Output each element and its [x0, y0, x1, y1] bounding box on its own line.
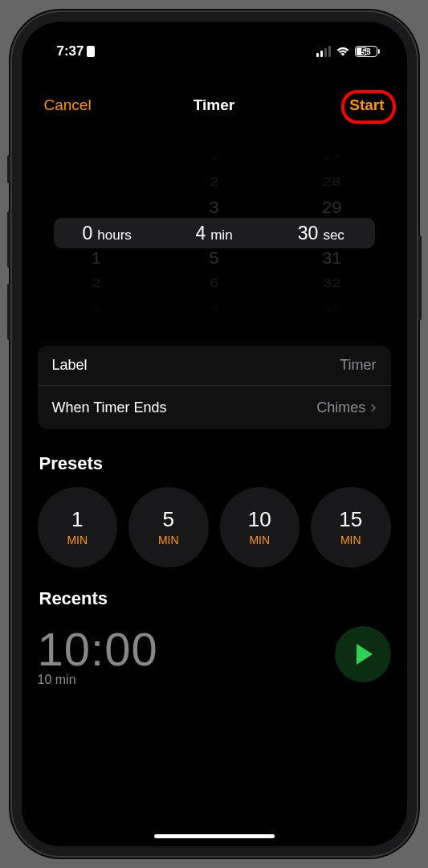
time-picker[interactable]: . 1 2 3 1 2 3 . 5 6 7 27 — [38, 145, 391, 321]
label-value: Timer — [340, 357, 376, 374]
home-indicator[interactable] — [154, 834, 275, 838]
ends-title: When Timer Ends — [52, 399, 167, 416]
battery-icon: 58 — [355, 46, 380, 57]
wifi-icon — [336, 46, 350, 56]
preset-5-min[interactable]: 5 MIN — [128, 487, 209, 567]
preset-1-min[interactable]: 1 MIN — [38, 487, 118, 567]
cancel-button[interactable]: Cancel — [44, 96, 92, 114]
hours-value: 0 — [83, 223, 93, 244]
label-row[interactable]: Label Timer — [38, 346, 391, 385]
minutes-value: 4 — [195, 223, 206, 244]
presets-title: Presets — [39, 453, 389, 474]
recents-title: Recents — [39, 588, 389, 609]
start-button[interactable]: Start — [349, 96, 384, 114]
recent-item[interactable]: 10:00 10 min — [38, 622, 391, 687]
cellular-signal-icon — [316, 46, 331, 57]
play-icon — [357, 644, 373, 665]
preset-15-min[interactable]: 15 MIN — [311, 487, 391, 567]
status-time: 7:37 — [57, 43, 84, 59]
when-timer-ends-row[interactable]: When Timer Ends Chimes › — [38, 385, 391, 429]
minutes-unit: min — [210, 227, 232, 244]
seconds-value: 30 — [298, 223, 319, 244]
hours-unit: hours — [97, 227, 132, 244]
seconds-unit: sec — [323, 227, 344, 244]
preset-10-min[interactable]: 10 MIN — [220, 487, 300, 567]
ends-value: Chimes — [316, 399, 365, 416]
low-power-icon — [87, 46, 95, 57]
play-button[interactable] — [335, 626, 391, 682]
dynamic-island — [162, 33, 267, 62]
chevron-right-icon: › — [370, 397, 376, 418]
page-title: Timer — [194, 96, 234, 114]
label-title: Label — [52, 357, 88, 374]
recent-time: 10:00 — [38, 622, 158, 676]
